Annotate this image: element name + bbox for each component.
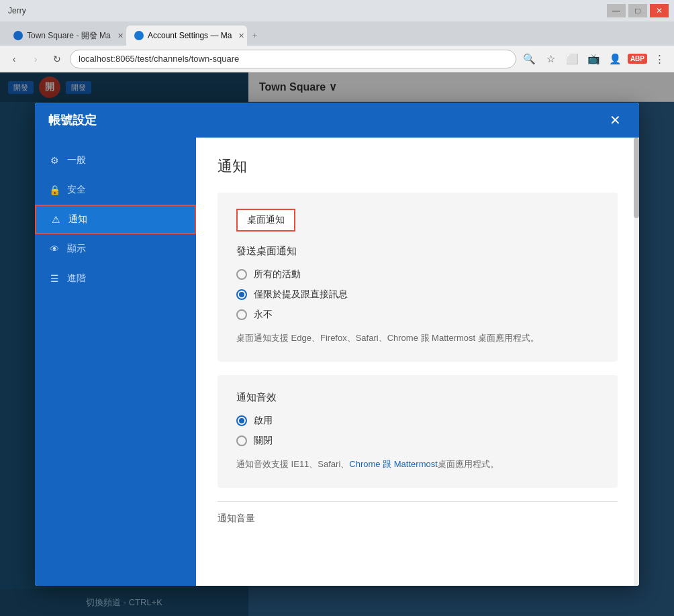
account-settings-modal: 帳號設定 ✕ ⚙ 一般 🔒 安全: [35, 103, 639, 586]
radio-btn-sound-off[interactable]: [236, 435, 247, 446]
radio-label-sound-on: 啟用: [254, 415, 273, 427]
modal-overlay: 帳號設定 ✕ ⚙ 一般 🔒 安全: [0, 72, 674, 616]
radio-sound-off[interactable]: 關閉: [236, 435, 599, 447]
tab-bar: Town Square - 開發 Ma ✕ Account Settings —…: [0, 21, 674, 46]
content-page-title: 通知: [218, 156, 618, 176]
tab-label-2: Account Settings — Ma: [148, 31, 232, 40]
radio-label-never: 永不: [254, 309, 273, 321]
radio-all-activity[interactable]: 所有的活動: [236, 268, 599, 280]
nav-label-display: 顯示: [67, 243, 86, 255]
back-button[interactable]: ‹: [5, 50, 23, 68]
browser-content: 開發 開 開發 切換頻道 - CTRL+K Town Square ∨ 帳號設定…: [0, 72, 674, 616]
title-bar-user: Jerry: [8, 6, 26, 15]
radio-sound-on[interactable]: 啟用: [236, 415, 599, 427]
tab-account-settings[interactable]: Account Settings — Ma ✕: [126, 25, 247, 46]
extensions-icon[interactable]: ⬜: [563, 50, 582, 68]
lock-icon: 🔒: [48, 184, 60, 196]
modal-nav: ⚙ 一般 🔒 安全 ⚠ 通知 👁 顯示: [35, 138, 196, 586]
nav-item-notifications[interactable]: ⚠ 通知: [35, 205, 196, 234]
desktop-notifications-section: 桌面通知 發送桌面通知 所有的活動 僅限於提及跟直接訊息: [218, 193, 618, 362]
tab-close-1[interactable]: ✕: [117, 32, 124, 40]
modal-title: 帳號設定: [48, 112, 97, 128]
abp-badge[interactable]: ABP: [628, 54, 647, 64]
menu-icon[interactable]: ⋮: [650, 50, 669, 68]
profile-icon[interactable]: 👤: [606, 50, 625, 68]
desktop-help-text: 桌面通知支援 Edge、Firefox、Safari、Chrome 跟 Matt…: [236, 331, 599, 346]
radio-label-sound-off: 關閉: [254, 435, 273, 447]
tab-favicon-2: [134, 31, 144, 40]
radio-label-mentions: 僅限於提及跟直接訊息: [254, 289, 348, 301]
tab-close-2[interactable]: ✕: [238, 32, 244, 40]
nav-item-display[interactable]: 👁 顯示: [35, 234, 196, 264]
address-input[interactable]: [70, 50, 516, 68]
minimize-button[interactable]: —: [607, 4, 626, 17]
toolbar-icons: 🔍 ☆ ⬜ 📺 👤 ABP ⋮: [520, 50, 669, 68]
modal-body: ⚙ 一般 🔒 安全 ⚠ 通知 👁 顯示: [35, 138, 639, 586]
tab-town-square[interactable]: Town Square - 開發 Ma ✕: [5, 25, 126, 46]
tab-favicon-1: [13, 31, 23, 40]
close-window-button[interactable]: ✕: [650, 4, 669, 17]
bookmark-icon[interactable]: ☆: [542, 50, 561, 68]
eye-icon: 👁: [48, 243, 60, 255]
cast-icon[interactable]: 📺: [585, 50, 604, 68]
new-tab-button[interactable]: +: [247, 25, 269, 46]
nav-label-advanced: 進階: [67, 272, 86, 285]
scrollbar-thumb[interactable]: [634, 138, 639, 218]
desktop-notify-subtitle: 發送桌面通知: [236, 245, 599, 258]
desktop-notify-options: 所有的活動 僅限於提及跟直接訊息 永不: [236, 268, 599, 321]
nav-item-security[interactable]: 🔒 安全: [35, 175, 196, 205]
next-section-hint: 通知音量: [218, 501, 618, 525]
sound-options: 啟用 關閉: [236, 415, 599, 447]
forward-button[interactable]: ›: [27, 50, 44, 68]
nav-label-general: 一般: [67, 154, 86, 166]
modal-close-button[interactable]: ✕: [604, 109, 626, 131]
radio-mentions-only[interactable]: 僅限於提及跟直接訊息: [236, 289, 599, 301]
reload-button[interactable]: ↻: [48, 50, 66, 68]
alert-icon: ⚠: [50, 213, 62, 225]
radio-btn-all[interactable]: [236, 269, 247, 280]
notification-sound-section: 通知音效 啟用 關閉: [218, 375, 618, 488]
sound-subtitle: 通知音效: [236, 391, 599, 404]
gear-icon: ⚙: [48, 154, 60, 166]
radio-label-all: 所有的活動: [254, 268, 301, 280]
tab-label-1: Town Square - 開發 Ma: [27, 30, 111, 42]
sound-help-text: 通知音效支援 IE11、Safari、Chrome 跟 Mattermost桌面…: [236, 458, 599, 472]
modal-content-area: 通知 桌面通知 發送桌面通知 所有的活動: [196, 138, 639, 586]
browser-window: Jerry — □ ✕ Town Square - 開發 Ma ✕ Accoun…: [0, 0, 674, 616]
desktop-notifications-tab[interactable]: 桌面通知: [236, 209, 295, 232]
modal-header: 帳號設定 ✕: [35, 103, 639, 138]
nav-item-advanced[interactable]: ☰ 進階: [35, 264, 196, 293]
maximize-button[interactable]: □: [628, 4, 647, 17]
address-bar: ‹ › ↻ 🔍 ☆ ⬜ 📺 👤 ABP ⋮: [0, 46, 674, 72]
search-icon[interactable]: 🔍: [520, 50, 539, 68]
title-bar: Jerry — □ ✕: [0, 0, 674, 21]
radio-btn-mentions[interactable]: [236, 289, 247, 300]
chrome-link: Chrome 跟 Mattermost: [349, 459, 437, 469]
scrollbar-track: [634, 138, 639, 586]
radio-btn-sound-on[interactable]: [236, 415, 247, 426]
list-icon: ☰: [48, 272, 60, 285]
nav-item-general[interactable]: ⚙ 一般: [35, 146, 196, 175]
nav-label-notifications: 通知: [68, 213, 87, 225]
nav-label-security: 安全: [67, 184, 86, 196]
radio-never[interactable]: 永不: [236, 309, 599, 321]
radio-btn-never[interactable]: [236, 309, 247, 320]
